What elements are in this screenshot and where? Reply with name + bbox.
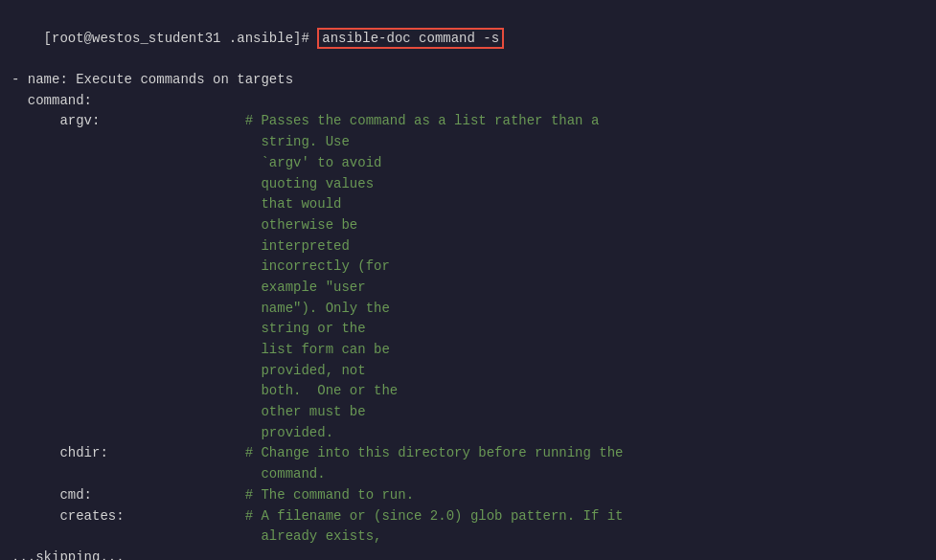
output-line-8: otherwise be <box>11 215 925 236</box>
output-line-17: other must be <box>11 402 925 423</box>
comment-provided2: provided. <box>11 425 333 440</box>
comment-list-form: list form can be <box>11 342 390 357</box>
comment-argv2: `argv' to avoid <box>11 155 381 170</box>
output-line-12: name"). Only the <box>11 299 925 320</box>
output-line-10: incorrectly (for <box>11 257 925 278</box>
output-line-9: interpreted <box>11 236 925 258</box>
comment-already: already exists, <box>11 528 381 544</box>
comment-command2: command. <box>11 466 326 482</box>
comment-argv: # Passes the command as a list rather th… <box>245 113 600 128</box>
comment-cmd: # The command to run. <box>245 487 414 503</box>
output-line-5: `argv' to avoid <box>11 153 925 174</box>
output-line-14: list form can be <box>11 340 925 361</box>
output-line-13: string or the <box>11 319 925 340</box>
comment-otherwise: otherwise be <box>11 217 357 233</box>
comment-provided: provided, not <box>11 363 366 378</box>
output-line-15: provided, not <box>11 361 925 382</box>
output-line-21: cmd: # The command to run. <box>11 485 925 506</box>
comment-interpreted: interpreted <box>11 238 350 254</box>
comment-incorrectly: incorrectly (for <box>11 258 390 274</box>
comment-both: both. One or the <box>11 383 398 398</box>
output-line-23: already exists, <box>11 526 925 548</box>
prompt-text: [root@westos_student31 .ansible]# <box>44 31 318 46</box>
output-line-22: creates: # A filename or (since 2.0) glo… <box>11 506 925 527</box>
comment-example: example "user <box>11 280 366 295</box>
output-line-16: both. One or the <box>11 381 925 402</box>
comment-string2: string or the <box>11 321 366 336</box>
comment-creates: # A filename or (since 2.0) glob pattern… <box>245 508 624 524</box>
output-line-4: string. Use <box>11 132 925 153</box>
command-text: ansible-doc command -s <box>317 28 504 49</box>
prompt-line: [root@westos_student31 .ansible]# ansibl… <box>11 8 925 70</box>
output-line-6: quoting values <box>11 174 925 195</box>
output-line-11: example "user <box>11 278 925 299</box>
comment-string: string. Use <box>11 134 350 149</box>
output-line-18: provided. <box>11 423 925 444</box>
comment-that: that would <box>11 196 341 212</box>
output-line-2: command: <box>11 91 925 112</box>
output-line-1: - name: Execute commands on targets <box>11 70 925 91</box>
output-line-19: chdir: # Change into this directory befo… <box>11 443 925 464</box>
comment-other: other must be <box>11 404 366 419</box>
output-line-24: ...skipping... <box>11 548 925 560</box>
comment-quoting: quoting values <box>11 176 374 191</box>
comment-chdir: # Change into this directory before runn… <box>245 445 624 460</box>
output-line-20: command. <box>11 464 925 485</box>
comment-name: name"). Only the <box>11 301 390 316</box>
output-line-7: that would <box>11 194 925 215</box>
output-line-3: argv: # Passes the command as a list rat… <box>11 111 925 132</box>
terminal-window: [root@westos_student31 .ansible]# ansibl… <box>0 0 936 560</box>
